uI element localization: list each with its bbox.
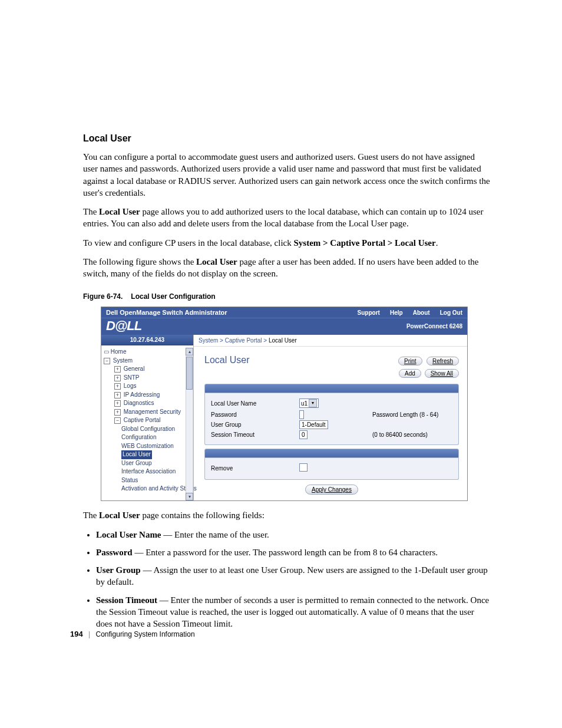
nav-home-label: Home	[111, 348, 127, 355]
paragraph-navigation: To view and configure CP users in the lo…	[83, 237, 491, 249]
nav-cp-status[interactable]: Status	[104, 476, 193, 485]
page-number: 194	[70, 630, 83, 638]
nav-ip-addressing[interactable]: + IP Addressing	[104, 391, 193, 400]
field-list: Local User Name — Enter the name of the …	[96, 529, 491, 630]
help-link[interactable]: Help	[390, 309, 403, 316]
nav-mgmt-label: Management Security	[124, 409, 181, 415]
nav-cp-activation[interactable]: Activation and Activity Status	[104, 485, 193, 493]
nav-logs-label: Logs	[124, 383, 137, 389]
top-links: Support Help About Log Out	[349, 309, 462, 316]
nav-cp-conf-label: Configuration	[121, 434, 156, 440]
chevron-down-icon[interactable]: ▾	[309, 399, 317, 407]
collapse-icon[interactable]: −	[114, 417, 121, 424]
content-area: System > Captive Portal > Local User Loc…	[194, 335, 467, 500]
dell-logo: D@LL	[106, 319, 141, 332]
nav-cp-status-label: Status	[121, 477, 138, 483]
about-link[interactable]: About	[413, 309, 430, 316]
print-button[interactable]: Print	[398, 357, 422, 365]
expand-icon[interactable]: +	[114, 392, 121, 398]
list-item: Session Timeout — Enter the number of se…	[96, 594, 491, 630]
expand-icon[interactable]: +	[114, 375, 121, 381]
nav-captive-portal[interactable]: − Captive Portal	[104, 416, 193, 425]
panel-header-strip	[204, 384, 459, 393]
figure-number: Figure 6-74.	[83, 292, 123, 301]
nav-diag-label: Diagnostics	[124, 400, 154, 406]
hint-password-length: Password Length (8 - 64)	[372, 411, 438, 418]
scroll-thumb[interactable]	[186, 357, 193, 390]
nav-cp-web[interactable]: WEB Customization	[104, 442, 193, 451]
field-lead: Local User Name	[96, 530, 161, 539]
user-group-list[interactable]: 1-Default	[299, 420, 328, 429]
apply-changes-button[interactable]: Apply Changes	[305, 485, 358, 495]
window-title: Dell OpenManage Switch Administrator	[106, 309, 227, 316]
nav-cp-user-group[interactable]: User Group	[104, 459, 193, 468]
nav-logs[interactable]: + Logs	[104, 382, 193, 391]
field-lead: Session Timeout	[96, 595, 157, 605]
password-input[interactable]	[299, 410, 304, 419]
nav-cp-config[interactable]: Configuration	[104, 433, 193, 442]
expand-icon[interactable]: +	[114, 400, 121, 407]
term-local-user: Local User	[99, 207, 140, 216]
scroll-up-icon[interactable]: ▴	[186, 348, 193, 355]
label-user-group: User Group	[211, 421, 299, 428]
field-lead: User Group	[96, 565, 141, 575]
nav-diagnostics[interactable]: + Diagnostics	[104, 399, 193, 408]
chapter-title: Configuring System Information	[96, 630, 195, 638]
model-label: PowerConnect 6248	[406, 323, 462, 330]
expand-icon[interactable]: +	[114, 383, 121, 390]
nav-cp-global[interactable]: Global Configuration	[104, 425, 193, 434]
show-all-button[interactable]: Show All	[425, 369, 459, 378]
field-text: — Assign the user to at least one User G…	[96, 565, 488, 587]
scroll-down-icon[interactable]: ▾	[186, 493, 193, 500]
panel-header-strip	[204, 449, 459, 458]
paragraph-localuser-page: The Local User page allows you to add au…	[83, 206, 491, 230]
collapse-icon[interactable]: −	[104, 358, 110, 364]
footer-separator: |	[88, 630, 90, 638]
session-timeout-input[interactable]: 0	[299, 430, 308, 439]
remove-panel: Remove	[204, 458, 459, 480]
nav-sntp-label: SNTP	[124, 374, 140, 381]
nav-system-label: System	[113, 357, 133, 364]
breadcrumb: System > Captive Portal > Local User	[194, 335, 467, 347]
text: The following figure shows the	[83, 257, 196, 266]
nav-system[interactable]: − System	[104, 357, 193, 365]
paragraph-intro: You can configure a portal to accommodat…	[83, 151, 491, 199]
support-link[interactable]: Support	[358, 309, 380, 316]
add-button[interactable]: Add	[399, 369, 421, 378]
page-footer: 194 | Configuring System Information	[70, 630, 195, 638]
nav-general-label: General	[124, 365, 145, 372]
logout-link[interactable]: Log Out	[440, 309, 462, 316]
nav-ip-label: IP Addressing	[124, 391, 160, 398]
label-password: Password	[211, 411, 299, 418]
local-user-name-value: u1	[301, 400, 308, 407]
field-text: — Enter a password for the user. The pas…	[133, 548, 438, 557]
nav-management-security[interactable]: + Management Security	[104, 408, 193, 417]
nav-cp-assoc-label: Interface Association	[121, 468, 176, 475]
list-item: User Group — Assign the user to at least…	[96, 564, 491, 588]
breadcrumb-path[interactable]: System > Captive Portal >	[199, 337, 269, 344]
label-remove: Remove	[211, 465, 299, 472]
list-item: Local User Name — Enter the name of the …	[96, 529, 491, 541]
refresh-button[interactable]: Refresh	[427, 357, 459, 365]
expand-icon[interactable]: +	[114, 366, 121, 373]
expand-icon[interactable]: +	[114, 409, 121, 416]
nav-cp-interface-assoc[interactable]: Interface Association	[104, 467, 193, 476]
field-lead: Password	[96, 548, 133, 557]
nav-tree: ▭ Home − System + General + SNTP + Logs …	[101, 345, 193, 496]
brand-bar: D@LL PowerConnect 6248	[101, 318, 467, 335]
window-titlebar: Dell OpenManage Switch Administrator Sup…	[101, 307, 467, 318]
nav-cp-local-user[interactable]: Local User	[104, 450, 193, 459]
page-title: Local User	[204, 355, 249, 365]
figure-caption: Figure 6-74.Local User Configuration	[83, 292, 491, 301]
text: The	[83, 510, 99, 520]
local-user-name-select[interactable]: u1 ▾	[299, 398, 319, 408]
remove-checkbox[interactable]	[299, 463, 308, 472]
text: page contains the following fields:	[140, 510, 265, 520]
text: page allows you to add authorized users …	[83, 207, 483, 228]
nav-sntp[interactable]: + SNTP	[104, 374, 193, 383]
nav-home[interactable]: ▭ Home	[104, 348, 193, 357]
text: To view and configure CP users in the lo…	[83, 238, 293, 248]
ip-address: 10.27.64.243	[101, 335, 193, 345]
nav-general[interactable]: + General	[104, 365, 193, 374]
breadcrumb-current: Local User	[269, 337, 297, 344]
